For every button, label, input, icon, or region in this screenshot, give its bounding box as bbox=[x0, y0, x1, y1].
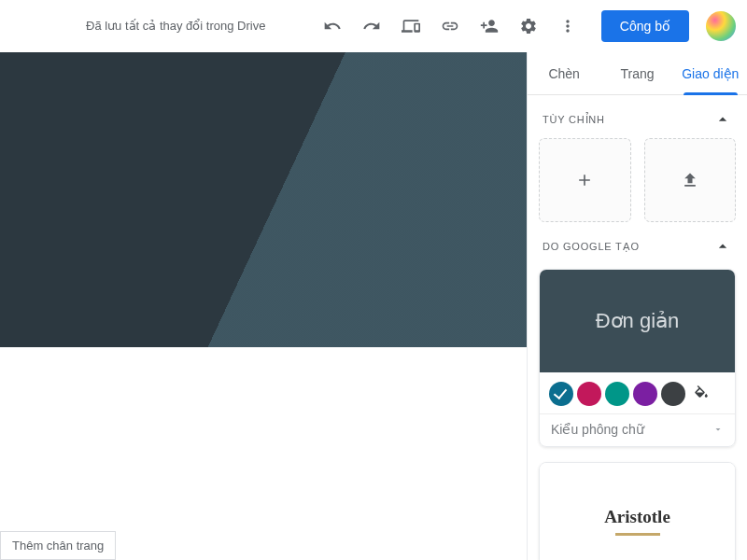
add-footer-button[interactable]: Thêm chân trang bbox=[0, 531, 116, 560]
font-style-label: Kiểu phông chữ bbox=[551, 422, 644, 437]
tab-pages[interactable]: Trang bbox=[600, 52, 673, 94]
dropdown-icon bbox=[712, 424, 724, 435]
chevron-up-icon bbox=[713, 237, 732, 256]
link-icon[interactable] bbox=[441, 17, 459, 35]
gear-icon[interactable] bbox=[519, 17, 538, 35]
undo-icon[interactable] bbox=[323, 17, 342, 35]
plus-icon bbox=[575, 171, 594, 189]
theme-aristotle-name: Aristotle bbox=[604, 507, 670, 527]
avatar[interactable] bbox=[706, 11, 736, 41]
color-swatch[interactable] bbox=[577, 382, 601, 406]
publish-button[interactable]: Công bố bbox=[601, 10, 689, 42]
color-swatch[interactable] bbox=[605, 382, 629, 406]
theme-color-swatches bbox=[540, 372, 735, 413]
paint-bucket-icon[interactable] bbox=[689, 382, 713, 406]
section-google-header[interactable]: DO GOOGLE TẠO bbox=[539, 222, 736, 265]
theme-card-simple[interactable]: Đơn giản Kiểu phông chữ bbox=[539, 269, 736, 447]
theme-preview-aristotle: Aristotle bbox=[540, 463, 735, 560]
theme-card-aristotle[interactable]: Aristotle bbox=[539, 462, 736, 560]
page-header-section[interactable] bbox=[0, 52, 527, 347]
tab-themes[interactable]: Giao diện bbox=[674, 52, 747, 94]
upload-icon bbox=[681, 171, 699, 189]
section-google-label: DO GOOGLE TẠO bbox=[543, 241, 640, 253]
color-swatch[interactable] bbox=[661, 382, 685, 406]
color-swatch[interactable] bbox=[633, 382, 657, 406]
chevron-up-icon bbox=[713, 110, 732, 129]
more-vert-icon[interactable] bbox=[558, 17, 577, 35]
save-status: Đã lưu tất cả thay đổi trong Drive bbox=[86, 19, 265, 33]
color-swatch[interactable] bbox=[549, 382, 573, 406]
decorative-underline bbox=[615, 533, 660, 536]
theme-preview-simple: Đơn giản bbox=[540, 270, 735, 372]
person-add-icon[interactable] bbox=[480, 17, 499, 35]
editor-canvas[interactable]: Thêm chân trang bbox=[0, 52, 527, 560]
right-panel: Chèn Trang Giao diện TÙY CHỈNH DO GOOGLE… bbox=[527, 52, 747, 560]
section-custom-header[interactable]: TÙY CHỈNH bbox=[539, 95, 736, 138]
devices-icon[interactable] bbox=[402, 17, 420, 35]
top-toolbar: Đã lưu tất cả thay đổi trong Drive Công … bbox=[0, 0, 747, 52]
section-custom-label: TÙY CHỈNH bbox=[543, 114, 605, 126]
create-theme-button[interactable] bbox=[539, 138, 631, 222]
tab-insert[interactable]: Chèn bbox=[528, 52, 600, 94]
redo-icon[interactable] bbox=[362, 17, 381, 35]
import-theme-button[interactable] bbox=[644, 138, 737, 222]
panel-tabs: Chèn Trang Giao diện bbox=[528, 52, 747, 95]
toolbar-icons bbox=[323, 17, 577, 35]
font-style-dropdown[interactable]: Kiểu phông chữ bbox=[540, 413, 735, 446]
